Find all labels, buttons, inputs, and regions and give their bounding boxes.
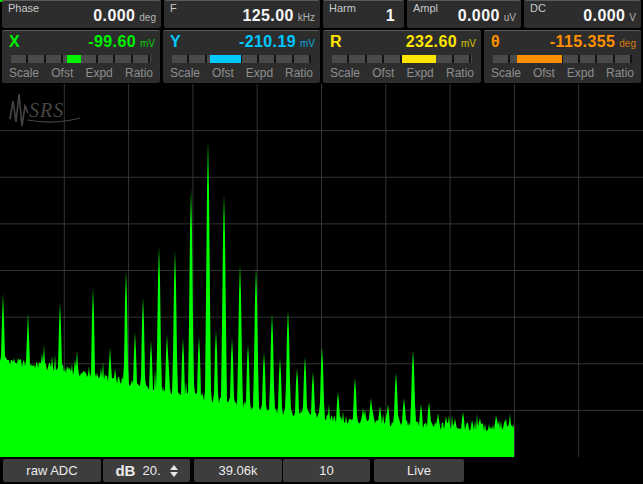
param-panel-dc-offset[interactable]: DC 0.000V [524,0,641,28]
param-value: 0.000 [93,7,135,25]
param-unit: deg [139,12,156,23]
softkey-expd[interactable]: Expd [85,66,112,80]
trace-source-label: raw ADC [26,463,77,478]
channel-panel-x[interactable]: X -99.60 mV Scale Ofst Expd Ratio [2,30,160,83]
param-value: 0.000 [458,7,500,25]
param-label: F [170,2,177,14]
channel-name: R [330,33,342,51]
span-value: 39.06k [218,463,257,478]
param-value: 125.00 [242,7,293,25]
param-value: 1 [386,7,395,25]
gauge-segment [67,55,81,63]
average-value: 10 [319,463,333,478]
channel-panel-theta[interactable]: θ -115.355 deg Scale Ofst Expd Ratio [484,30,641,83]
softkey-scale[interactable]: Scale [170,66,200,80]
channel-panel-r[interactable]: R 232.60 mV Scale Ofst Expd Ratio [323,30,481,83]
softkey-ofst[interactable]: Ofst [51,66,73,80]
softkey-ofst[interactable]: Ofst [533,66,555,80]
instrument-screen: Phase 0.000deg F 125.00kHz Harm 1 Ampl 0… [0,0,643,484]
db-per-div-value: 20. [142,463,160,478]
channel-value: -99.60 [88,33,136,51]
db-scale-button[interactable]: dB 20. [103,459,190,482]
softkey-ofst[interactable]: Ofst [212,66,234,80]
srs-logo: SRS [10,94,80,126]
channel-unit: deg [619,38,636,49]
param-unit: V [629,12,636,23]
trace-source-button[interactable]: raw ADC [3,459,101,482]
softkey-scale[interactable]: Scale [9,66,39,80]
param-unit: uV [504,12,516,23]
param-label: Ampl [413,2,438,14]
up-arrow-icon [170,465,178,470]
param-panel-amplitude[interactable]: Ampl 0.000uV [407,0,521,28]
channel-offset-gauge [493,55,632,63]
channel-name: X [9,33,20,51]
gauge-segment [402,55,436,63]
param-label: Harm [329,2,356,14]
down-arrow-icon [170,472,178,477]
channel-value: -115.355 [550,33,615,51]
channel-offset-gauge [11,55,151,63]
db-label: dB [115,462,135,479]
live-mode-button[interactable]: Live [374,459,464,482]
channel-offset-gauge [172,55,311,63]
param-panel-phase[interactable]: Phase 0.000deg [2,0,161,28]
gauge-segment [210,55,241,63]
channel-unit: mV [461,38,476,49]
spectrum-plot[interactable]: SRS [0,84,643,457]
channel-name: Y [170,33,181,51]
spinner-icon[interactable] [170,465,178,477]
srs-logo-text: SRS [29,99,64,121]
softkey-ratio[interactable]: Ratio [285,66,313,80]
softkey-expd[interactable]: Expd [567,66,594,80]
softkey-expd[interactable]: Expd [406,66,433,80]
channel-name: θ [491,33,500,51]
gauge-segment [517,55,563,63]
span-button[interactable]: 39.06k [194,459,282,482]
channel-offset-gauge [332,55,472,63]
param-value: 0.000 [583,7,625,25]
param-label: DC [530,2,546,14]
softkey-ratio[interactable]: Ratio [125,66,153,80]
param-unit: kHz [298,12,315,23]
param-label: Phase [8,2,39,14]
param-panel-frequency[interactable]: F 125.00kHz [164,0,320,28]
channel-unit: mV [140,38,155,49]
channel-value: 232.60 [406,33,457,51]
param-panel-harmonic[interactable]: Harm 1 [323,0,404,28]
softkey-ratio[interactable]: Ratio [446,66,474,80]
softkey-ratio[interactable]: Ratio [606,66,634,80]
softkey-scale[interactable]: Scale [491,66,521,80]
softkey-scale[interactable]: Scale [330,66,360,80]
channel-unit: mV [300,38,315,49]
average-button[interactable]: 10 [283,459,370,482]
softkey-expd[interactable]: Expd [246,66,273,80]
channel-panel-y[interactable]: Y -210.19 mV Scale Ofst Expd Ratio [163,30,320,83]
live-mode-label: Live [407,463,431,478]
channel-value: -210.19 [239,33,296,51]
softkey-ofst[interactable]: Ofst [372,66,394,80]
bottom-bar: raw ADC dB 20. 39.06k 10 Live [0,457,643,484]
